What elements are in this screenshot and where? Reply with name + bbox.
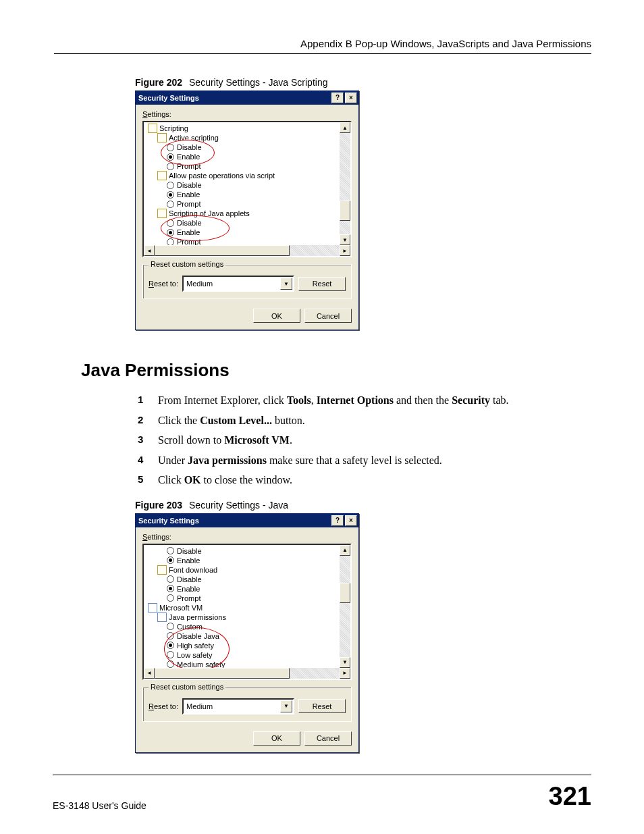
settings-tree[interactable]: Scripting Active scripting Disable Enabl… bbox=[142, 121, 352, 257]
opt-disable: Disable bbox=[177, 546, 202, 556]
radio-high-safety[interactable] bbox=[167, 642, 174, 649]
radio-disable[interactable] bbox=[167, 219, 174, 227]
node-scripting: Scripting bbox=[159, 124, 188, 133]
reset-to-value: Medium bbox=[186, 702, 213, 710]
horizontal-scrollbar[interactable]: ◄ ► bbox=[144, 245, 350, 256]
scroll-up-icon[interactable]: ▲ bbox=[340, 122, 350, 133]
cancel-button[interactable]: Cancel bbox=[304, 731, 352, 746]
node-java-permissions: Java permissions bbox=[169, 613, 226, 622]
reset-to-label: Reset to: bbox=[149, 280, 178, 288]
opt-high: High safety bbox=[177, 641, 214, 650]
radio-enable[interactable] bbox=[167, 556, 174, 564]
node-active-scripting: Active scripting bbox=[169, 133, 219, 142]
radio-prompt[interactable] bbox=[167, 594, 174, 602]
window-title: Security Settings bbox=[138, 517, 330, 525]
figure-202-caption: Figure 202Security Settings - Java Scrip… bbox=[135, 77, 591, 88]
step-1: From Internet Explorer, click Tools, Int… bbox=[155, 393, 591, 408]
figure-202-label: Figure 202 bbox=[135, 77, 182, 88]
scroll-left-icon[interactable]: ◄ bbox=[144, 245, 155, 256]
opt-disable-java: Disable Java bbox=[177, 631, 219, 641]
radio-custom[interactable] bbox=[167, 623, 174, 630]
radio-enable[interactable] bbox=[167, 585, 174, 592]
radio-enable[interactable] bbox=[167, 191, 174, 199]
ok-button[interactable]: OK bbox=[253, 309, 300, 323]
step-3: Scroll down to Microsoft VM. bbox=[155, 433, 591, 448]
scroll-icon bbox=[157, 209, 167, 218]
settings-label: Settings: bbox=[142, 110, 352, 118]
opt-enable: Enable bbox=[177, 152, 200, 161]
step-4: Under Java permissions make sure that a … bbox=[155, 453, 591, 468]
vertical-scrollbar[interactable]: ▲ ▼ bbox=[340, 545, 350, 668]
vertical-scrollbar[interactable]: ▲ ▼ bbox=[340, 122, 350, 245]
ok-button[interactable]: OK bbox=[253, 731, 300, 746]
scroll-icon bbox=[148, 124, 157, 133]
opt-disable: Disable bbox=[177, 218, 202, 228]
figure-203-caption: Figure 203Security Settings - Java bbox=[135, 500, 591, 511]
radio-disable-java[interactable] bbox=[167, 632, 174, 640]
radio-disable[interactable] bbox=[167, 575, 174, 583]
scroll-right-icon[interactable]: ► bbox=[340, 668, 350, 679]
opt-disable: Disable bbox=[177, 575, 202, 584]
reset-to-label: Reset to: bbox=[149, 702, 178, 710]
opt-enable: Enable bbox=[177, 228, 200, 237]
opt-enable: Enable bbox=[177, 556, 200, 565]
reset-groupbox: Reset custom settings Reset to: Medium ▼… bbox=[142, 264, 352, 299]
chevron-down-icon[interactable]: ▼ bbox=[280, 700, 292, 712]
node-allow-paste: Allow paste operations via script bbox=[169, 171, 275, 180]
chevron-down-icon[interactable]: ▼ bbox=[280, 278, 292, 290]
scroll-right-icon[interactable]: ► bbox=[340, 245, 350, 256]
reset-to-combo[interactable]: Medium ▼ bbox=[182, 276, 294, 292]
scroll-icon bbox=[157, 171, 167, 180]
scroll-up-icon[interactable]: ▲ bbox=[340, 545, 350, 556]
node-font-download: Font download bbox=[169, 565, 217, 575]
radio-medium-safety[interactable] bbox=[167, 660, 174, 668]
radio-prompt[interactable] bbox=[167, 238, 174, 246]
help-button[interactable]: ? bbox=[331, 93, 344, 103]
opt-prompt: Prompt bbox=[177, 594, 200, 603]
reset-to-combo[interactable]: Medium ▼ bbox=[182, 698, 294, 714]
opt-prompt: Prompt bbox=[177, 199, 200, 209]
opt-disable: Disable bbox=[177, 180, 202, 190]
close-button[interactable]: × bbox=[345, 515, 357, 526]
group-legend: Reset custom settings bbox=[149, 683, 225, 691]
scroll-icon bbox=[157, 565, 167, 575]
radio-enable[interactable] bbox=[167, 229, 174, 236]
opt-custom: Custom bbox=[177, 622, 203, 631]
reset-button[interactable]: Reset bbox=[298, 277, 346, 291]
step-2: Click the Custom Level... button. bbox=[155, 413, 591, 428]
radio-prompt[interactable] bbox=[167, 201, 174, 208]
window-title: Security Settings bbox=[138, 94, 330, 102]
radio-disable[interactable] bbox=[167, 182, 174, 189]
running-header: Appendix B Pop-up Windows, JavaScripts a… bbox=[54, 38, 591, 54]
scroll-left-icon[interactable]: ◄ bbox=[144, 668, 155, 679]
reset-to-value: Medium bbox=[186, 280, 213, 288]
section-heading: Java Permissions bbox=[81, 360, 591, 381]
scroll-down-icon[interactable]: ▼ bbox=[340, 234, 350, 245]
steps-list: From Internet Explorer, click Tools, Int… bbox=[155, 393, 591, 488]
cancel-button[interactable]: Cancel bbox=[304, 309, 352, 323]
radio-low-safety[interactable] bbox=[167, 651, 174, 658]
radio-disable[interactable] bbox=[167, 547, 174, 554]
titlebar[interactable]: Security Settings ? × bbox=[136, 91, 358, 105]
opt-low: Low safety bbox=[177, 650, 213, 660]
page-number: 321 bbox=[549, 782, 591, 811]
group-legend: Reset custom settings bbox=[149, 260, 225, 268]
scroll-down-icon[interactable]: ▼ bbox=[340, 657, 350, 668]
vm-icon bbox=[157, 613, 167, 622]
close-button[interactable]: × bbox=[345, 93, 357, 103]
help-button[interactable]: ? bbox=[331, 515, 344, 526]
settings-tree[interactable]: Disable Enable Font download Disable Ena… bbox=[142, 544, 352, 680]
opt-enable: Enable bbox=[177, 584, 200, 594]
radio-enable[interactable] bbox=[167, 153, 174, 161]
vm-icon bbox=[148, 603, 157, 613]
settings-label: Settings: bbox=[142, 533, 352, 541]
figure-203-title: Security Settings - Java bbox=[189, 500, 288, 511]
titlebar[interactable]: Security Settings ? × bbox=[136, 514, 358, 527]
reset-button[interactable]: Reset bbox=[298, 699, 346, 713]
horizontal-scrollbar[interactable]: ◄ ► bbox=[144, 668, 350, 679]
radio-disable[interactable] bbox=[167, 144, 174, 151]
page-footer: ES-3148 User's Guide 321 bbox=[53, 775, 591, 811]
radio-prompt[interactable] bbox=[167, 163, 174, 170]
security-settings-dialog-203: Security Settings ? × Settings: Disable … bbox=[135, 513, 359, 753]
step-5: Click OK to close the window. bbox=[155, 473, 591, 488]
